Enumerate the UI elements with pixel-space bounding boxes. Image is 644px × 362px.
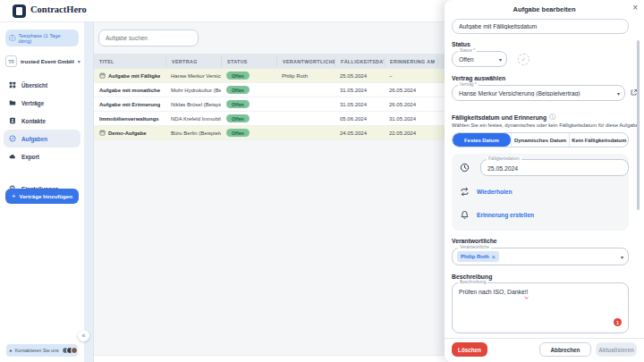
task-title: Immobilienverwaltungs Aufgabe bbox=[99, 116, 160, 122]
task-due-date: 31.05.2024 bbox=[335, 102, 384, 107]
caret-right-icon: ▸ bbox=[10, 348, 13, 353]
search-input[interactable] bbox=[98, 29, 199, 46]
cancel-button[interactable]: Abbrechen bbox=[539, 342, 591, 357]
contracthero-logo-icon bbox=[13, 4, 26, 18]
column-header-verantwortliche[interactable]: Verantwortliche bbox=[276, 57, 335, 66]
chevron-down-icon: ▾ bbox=[78, 58, 80, 64]
mark-done-icon[interactable]: ✓ bbox=[518, 54, 530, 65]
spellcheck-flagged-text: !! bbox=[525, 289, 529, 295]
due-date-box: Fälligkeitsdatum 25.05.2024 Wiederholen … bbox=[452, 154, 629, 231]
column-header-vertrag[interactable]: Vertrag bbox=[165, 57, 221, 66]
due-date-input[interactable]: Fälligkeitsdatum 25.05.2024 bbox=[480, 159, 629, 176]
sidebar-item-kontakte[interactable]: Kontakte bbox=[4, 112, 80, 130]
contract-section-label: Vertrag auswählen bbox=[452, 75, 505, 81]
org-switcher[interactable]: TR trusted Event GmbH ▾ bbox=[5, 55, 80, 68]
update-button[interactable]: Aktualisieren bbox=[596, 342, 637, 357]
calendar-icon bbox=[99, 130, 106, 136]
due-helper-text: Wählen Sie ein festes, dynamisches oder … bbox=[452, 122, 639, 128]
cloud-icon bbox=[9, 153, 16, 160]
task-due-date: 25.05.2024 bbox=[335, 73, 384, 79]
task-reminder-date: 31.05.2024 bbox=[384, 116, 437, 122]
chevron-down-icon: ▾ bbox=[499, 56, 502, 63]
task-due-date: 05.06.2024 bbox=[335, 116, 384, 122]
status-select[interactable]: Status * Offen ▾ bbox=[452, 51, 507, 67]
task-contract: Büro Berlin (Beispielvertrag) bbox=[165, 130, 221, 136]
edit-task-panel: Aufgabe bearbeiten × Status Status * Off… bbox=[445, 0, 644, 362]
column-header-erinnerung-am[interactable]: Erinnerung am bbox=[384, 57, 437, 66]
panel-scrollbar[interactable] bbox=[637, 40, 640, 210]
info-icon: ⓘ bbox=[9, 35, 16, 42]
org-avatar: TR bbox=[5, 55, 17, 67]
grammar-error-badge[interactable]: 1 bbox=[614, 318, 622, 326]
close-icon[interactable]: × bbox=[632, 3, 638, 13]
brand-name: ContractHero bbox=[30, 4, 87, 14]
trial-banner[interactable]: ⓘ Testphase (1 Tage übrig) bbox=[5, 29, 79, 46]
column-header-status[interactable]: Status bbox=[221, 57, 276, 66]
task-contract: Niklas Brösel (Beispielvertrag) bbox=[165, 102, 221, 107]
folder-icon bbox=[9, 99, 16, 106]
contact-us-button[interactable]: ▸ Kontaktieren Sie uns bbox=[6, 344, 78, 357]
contract-select[interactable]: Vertrag * Hanse Merkur Versicherung (Bei… bbox=[452, 85, 625, 101]
delete-button[interactable]: Löschen bbox=[452, 342, 487, 357]
due-type-tabs: Festes Datum Dynamisches Datum Kein Fäll… bbox=[452, 132, 629, 147]
assignee-chip: Philip Roth × bbox=[457, 251, 499, 262]
chevron-down-icon: ▾ bbox=[621, 254, 623, 260]
sidebar-item-uebersicht[interactable]: Übersicht bbox=[4, 76, 80, 94]
collapse-sidebar-button[interactable]: « bbox=[78, 330, 89, 341]
repeat-icon bbox=[460, 187, 470, 197]
tab-kein-faelligkeitsdatum[interactable]: Kein Fälligkeitsdatum bbox=[569, 133, 628, 147]
check-circle-icon bbox=[9, 135, 16, 142]
remove-assignee-icon[interactable]: × bbox=[492, 254, 496, 260]
task-contract: Hanse Merkur Versicherung bbox=[165, 73, 221, 79]
contacts-icon bbox=[9, 117, 16, 124]
task-due-date: 24.05.2024 bbox=[335, 130, 384, 136]
task-title: Aufgabe mit Fälligkeitsdatum bbox=[108, 73, 160, 79]
task-title: Aufgabe mit Erinnerung bbox=[99, 102, 160, 107]
sidebar-menu: Übersicht Verträge Kontakte Aufgaben Exp… bbox=[4, 76, 80, 198]
tab-dynamisches-datum[interactable]: Dynamisches Datum bbox=[511, 133, 570, 147]
status-badge: Offen bbox=[226, 72, 250, 80]
sidebar-item-vertraege[interactable]: Verträge bbox=[4, 94, 80, 112]
task-reminder-date: – bbox=[384, 73, 437, 79]
task-title: Demo-Aufgabe bbox=[108, 130, 147, 136]
create-reminder-link[interactable]: Erinnerung erstellen bbox=[477, 212, 534, 218]
task-contract: NDA Krefeld Immobilienverwaltung bbox=[165, 116, 221, 122]
plus-icon: + bbox=[12, 192, 16, 200]
task-reminder-date: 26.05.2024 bbox=[384, 102, 437, 107]
sidebar-item-aufgaben[interactable]: Aufgaben bbox=[4, 130, 80, 147]
calendar-icon bbox=[99, 72, 106, 79]
due-section-label: Fälligkeitsdatum und Erinnerung ⓘ bbox=[452, 113, 555, 122]
task-reminder-date: 22.05.2024 bbox=[384, 130, 437, 136]
support-avatars bbox=[62, 347, 78, 354]
status-badge: Offen bbox=[226, 86, 250, 94]
tab-festes-datum[interactable]: Festes Datum bbox=[453, 133, 511, 147]
trial-label: Testphase (1 Tage übrig) bbox=[19, 33, 76, 44]
assignee-section-label: Verantwortliche bbox=[452, 238, 497, 244]
task-assignee: Philip Roth bbox=[276, 73, 335, 79]
status-section-label: Status bbox=[452, 41, 470, 47]
chevron-down-icon: ▾ bbox=[617, 90, 620, 97]
org-name: trusted Event GmbH bbox=[21, 58, 74, 64]
description-section-label: Beschreibung bbox=[452, 274, 492, 280]
status-badge: Offen bbox=[226, 100, 250, 108]
task-title: Aufgabe mit monatlicher Erinnerung bbox=[99, 88, 160, 93]
column-header-faelligkeitsdatum[interactable]: Fälligkeitsdatum bbox=[335, 57, 384, 66]
footer-divider bbox=[445, 338, 644, 339]
clock-icon bbox=[460, 163, 470, 173]
status-badge: Offen bbox=[226, 129, 250, 137]
status-badge: Offen bbox=[226, 114, 250, 122]
sidebar-edge bbox=[84, 22, 94, 362]
repeat-link[interactable]: Wiederholen bbox=[477, 189, 513, 195]
assignee-select[interactable]: Verantwortliche Philip Roth × ▾ bbox=[452, 248, 629, 265]
info-icon: ⓘ bbox=[549, 113, 555, 122]
panel-title: Aufgabe bearbeiten bbox=[445, 5, 644, 13]
task-reminder-date: 26.05.2024 bbox=[384, 88, 437, 93]
sidebar-item-export[interactable]: Export bbox=[4, 147, 80, 165]
add-contract-button[interactable]: + Verträge hinzufügen bbox=[5, 189, 79, 204]
task-title-input[interactable] bbox=[452, 19, 629, 34]
description-text: Prüfen nach ISO, Danke!! bbox=[459, 289, 528, 295]
grid-icon bbox=[9, 81, 16, 88]
column-header-titel[interactable]: Titel bbox=[94, 57, 165, 66]
task-due-date: 31.05.2024 bbox=[335, 88, 384, 93]
description-textarea[interactable]: Beschreibung Prüfen nach ISO, Danke!! 1 bbox=[452, 282, 629, 333]
